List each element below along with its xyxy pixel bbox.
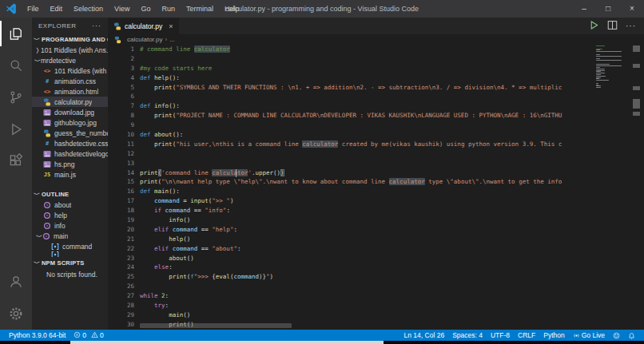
breadcrumb-file[interactable]: calculator.py: [127, 36, 162, 43]
workspace-section-header[interactable]: ❭ PROGRAMMING AND COD...: [32, 34, 108, 45]
indentation-status[interactable]: Spaces: 4: [448, 330, 487, 341]
explorer-item[interactable]: calculator.py: [32, 97, 108, 107]
eol-status[interactable]: CRLF: [514, 330, 539, 341]
breadcrumb-tail[interactable]: ...: [169, 36, 175, 43]
menu-run[interactable]: Run: [156, 5, 181, 13]
code-line[interactable]: 8 print("PROJECT NAME : COMMAND LINE CAL…: [108, 111, 644, 121]
explorer-item[interactable]: #hashdetective.css: [32, 138, 108, 148]
line-number[interactable]: 5: [108, 83, 140, 93]
code-line[interactable]: 13: [108, 159, 644, 168]
close-window-button[interactable]: ×: [620, 0, 644, 18]
line-number[interactable]: 13: [108, 159, 140, 168]
extensions-icon[interactable]: [0, 145, 32, 177]
minimize-button[interactable]: –: [572, 0, 596, 18]
menu-go[interactable]: Go: [135, 5, 156, 13]
close-tab-icon[interactable]: ×: [169, 22, 173, 30]
line-number[interactable]: 30: [108, 320, 140, 330]
explorer-item[interactable]: hashdetectivelogo.png: [32, 148, 108, 159]
menu-edit[interactable]: Edit: [45, 5, 69, 13]
menu-file[interactable]: File: [22, 5, 45, 13]
code-line[interactable]: 6: [108, 92, 644, 101]
code-line[interactable]: 16def main():: [108, 187, 644, 196]
code-line[interactable]: 3#my code starts here: [108, 64, 644, 73]
code-line[interactable]: 9: [108, 121, 644, 130]
line-number[interactable]: 7: [108, 101, 140, 111]
run-button[interactable]: [589, 19, 599, 34]
code-line[interactable]: 26: [108, 282, 644, 291]
outline-item[interactable]: info: [32, 220, 108, 231]
maximize-button[interactable]: □: [596, 0, 620, 18]
outline-item[interactable]: ❭main: [32, 231, 108, 241]
line-number[interactable]: 28: [108, 301, 140, 310]
more-actions-button[interactable]: ···: [626, 22, 636, 30]
code-line[interactable]: 27while 2:: [108, 291, 644, 301]
split-editor-button[interactable]: [607, 19, 618, 34]
tab-calculator-py[interactable]: calculator.py ×: [108, 18, 179, 34]
line-number[interactable]: 10: [108, 130, 140, 140]
line-number[interactable]: 12: [108, 149, 140, 159]
line-number[interactable]: 9: [108, 121, 140, 130]
code-line[interactable]: 2: [108, 54, 644, 64]
go-live-button[interactable]: Go Live: [569, 330, 609, 341]
code-line[interactable]: 4def help():: [108, 73, 644, 83]
cursor-position-status[interactable]: Ln 14, Col 26: [400, 330, 449, 341]
code-line[interactable]: 1# command line calculator: [108, 45, 644, 54]
code-line[interactable]: 17 command = input(">> "): [108, 196, 644, 206]
explorer-item[interactable]: hs.png: [32, 159, 108, 169]
line-number[interactable]: 18: [108, 206, 140, 215]
menu-selection[interactable]: Selection: [68, 5, 109, 13]
explorer-item[interactable]: JSmain.js: [32, 169, 108, 180]
line-number[interactable]: 17: [108, 196, 140, 206]
line-number[interactable]: 16: [108, 187, 140, 196]
outline-item[interactable]: about: [32, 200, 108, 210]
line-number[interactable]: 15: [108, 177, 140, 187]
problems-status[interactable]: 0 0: [70, 330, 107, 341]
horizontal-scrollbar[interactable]: [140, 323, 292, 328]
menu-view[interactable]: View: [109, 5, 135, 13]
minimap[interactable]: [596, 45, 623, 89]
code-line[interactable]: 18 if command == "info":: [108, 206, 644, 215]
explorer-item[interactable]: guess_the_number.py: [32, 128, 108, 138]
code-line[interactable]: 19 info(): [108, 215, 644, 225]
code-line[interactable]: 10def about():: [108, 130, 644, 140]
code-line[interactable]: 23 about(): [108, 254, 644, 263]
line-number[interactable]: 23: [108, 254, 140, 263]
outline-item[interactable]: command: [32, 241, 108, 251]
code-line[interactable]: 12: [108, 149, 644, 159]
code-line[interactable]: 20 elif command == "help":: [108, 225, 644, 235]
explorer-item[interactable]: githublogo.jpg: [32, 117, 108, 128]
code-line[interactable]: 28 try:: [108, 301, 644, 310]
line-number[interactable]: 29: [108, 310, 140, 320]
bell-button[interactable]: [624, 330, 639, 341]
line-number[interactable]: 24: [108, 263, 140, 272]
outline-item[interactable]: [32, 251, 108, 257]
explorer-item[interactable]: ❭mrdetective: [32, 55, 108, 65]
code-line[interactable]: 29 main(): [108, 310, 644, 320]
code-editor[interactable]: 1# command line calculator23#my code sta…: [108, 45, 644, 330]
npm-scripts-section-header[interactable]: ❭ NPM SCRIPTS: [32, 257, 108, 268]
line-number[interactable]: 6: [108, 92, 140, 101]
line-number[interactable]: 20: [108, 225, 140, 235]
line-number[interactable]: 1: [108, 45, 140, 54]
code-line[interactable]: 14print('command line calculator'.upper(…: [108, 168, 644, 178]
menu-terminal[interactable]: Terminal: [181, 5, 219, 13]
language-mode-status[interactable]: Python: [539, 330, 568, 341]
search-icon[interactable]: [0, 49, 32, 81]
explorer-item[interactable]: <>101 Riddles (with Ans...: [32, 65, 108, 76]
code-line[interactable]: 25 print(f">>> {eval(command)}"): [108, 272, 644, 282]
line-number[interactable]: 19: [108, 215, 140, 225]
line-number[interactable]: 27: [108, 291, 140, 301]
code-line[interactable]: 11 print("hii user,\nthis is a command l…: [108, 140, 644, 149]
code-line[interactable]: 7def info():: [108, 101, 644, 111]
code-line[interactable]: 15print("\n\nwant help type \"help\".\nw…: [108, 177, 644, 187]
line-number[interactable]: 11: [108, 140, 140, 149]
source-control-icon[interactable]: [0, 81, 32, 113]
line-number[interactable]: 22: [108, 244, 140, 254]
line-number[interactable]: 8: [108, 111, 140, 121]
explorer-item[interactable]: download.jpg: [32, 107, 108, 117]
line-number[interactable]: 4: [108, 73, 140, 83]
explorer-item[interactable]: ❭101 Riddles (with Ans...: [32, 45, 108, 55]
explorer-actions-button[interactable]: ···: [92, 22, 101, 30]
code-line[interactable]: 5 print("SYMBOLS AND THEIR FUNCTIONS : \…: [108, 83, 644, 93]
encoding-status[interactable]: UTF-8: [487, 330, 514, 341]
